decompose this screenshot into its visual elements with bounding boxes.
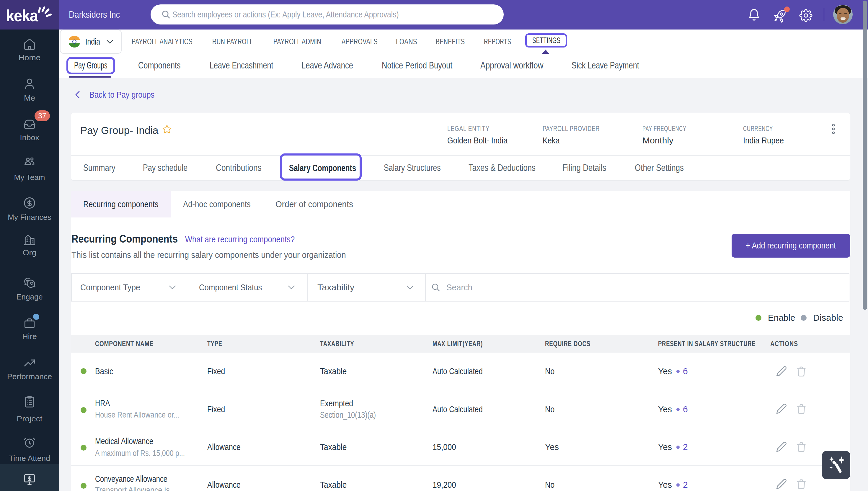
svg-text:keka: keka — [6, 6, 38, 25]
